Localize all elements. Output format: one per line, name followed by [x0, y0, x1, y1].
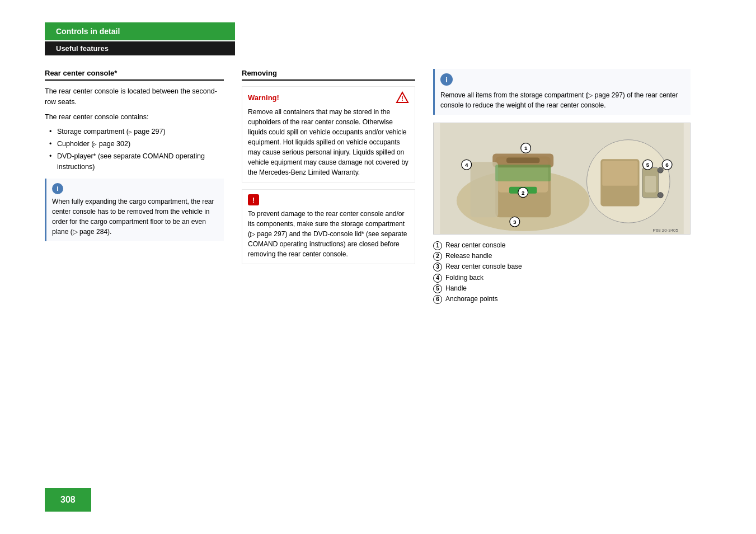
legend-item-2: 2 Release handle: [433, 251, 691, 261]
svg-rect-14: [645, 176, 656, 193]
subsection-title: Useful features: [45, 41, 235, 55]
legend-label-6: Anchorage points: [445, 294, 497, 305]
page: Controls in detail Useful features Rear …: [0, 0, 756, 534]
header-section: Controls in detail Useful features: [45, 22, 711, 55]
legend-item-3: 3 Rear center console base: [433, 261, 691, 272]
legend-num-3: 3: [433, 263, 442, 271]
info-box-left: i When fully expanding the cargo compart…: [45, 179, 224, 241]
svg-text:5: 5: [646, 162, 650, 168]
console-diagram-svg: 1 2 3 4 5 6 P68 20-: [434, 123, 690, 234]
svg-text:P68 20-3405: P68 20-3405: [653, 228, 679, 233]
legend-label-2: Release handle: [445, 251, 492, 261]
info-icon: i: [52, 183, 63, 194]
svg-text:6: 6: [665, 162, 669, 168]
warning-triangle-icon: !: [396, 91, 409, 104]
legend-num-5: 5: [433, 284, 442, 293]
legend-item-5: 5 Handle: [433, 283, 691, 294]
section-title: Controls in detail: [45, 22, 235, 40]
right-column: i Remove all items from the storage comp…: [433, 69, 691, 305]
item-text: Storage compartment (▹ page 297): [57, 128, 166, 135]
list-item: DVD-player* (see separate COMAND operati…: [49, 151, 224, 172]
right-info-box: i Remove all items from the storage comp…: [433, 69, 691, 115]
info-box-text: When fully expanding the cargo compartme…: [52, 196, 218, 237]
svg-text:2: 2: [522, 190, 525, 196]
warning-header: Warning! !: [248, 91, 409, 104]
left-column: Rear center console* The rear center con…: [45, 69, 224, 248]
legend-item-6: 6 Anchorage points: [433, 294, 691, 305]
legend-label-5: Handle: [445, 283, 467, 294]
svg-rect-12: [602, 161, 637, 186]
middle-section-title: Removing: [242, 69, 415, 81]
svg-point-16: [658, 193, 663, 198]
warning-text: Remove all containers that may be stored…: [248, 107, 409, 177]
feature-list: Storage compartment (▹ page 297) Cuphold…: [49, 127, 224, 172]
list-item: Cupholder (▹ page 302): [49, 139, 224, 149]
item-text: DVD-player* (see separate COMAND operati…: [57, 152, 205, 171]
item-text: Cupholder (▹ page 302): [57, 140, 130, 148]
right-info-text: Remove all items from the storage compar…: [440, 90, 685, 110]
legend-label-4: Folding back: [445, 273, 483, 283]
legend-label-3: Rear center console base: [445, 261, 522, 272]
caution-header: !: [248, 194, 409, 205]
legend-list: 1 Rear center console 2 Release handle 3…: [433, 240, 691, 305]
legend-num-2: 2: [433, 252, 442, 261]
legend-num-4: 4: [433, 274, 442, 283]
warning-title: Warning!: [248, 93, 279, 102]
page-footer: 308: [45, 488, 91, 512]
caution-box: ! To prevent damage to the rear center c…: [242, 189, 415, 264]
page-number: 308: [45, 488, 91, 512]
left-section-title: Rear center console*: [45, 69, 224, 81]
list-item: Storage compartment (▹ page 297): [49, 127, 224, 137]
svg-rect-7: [506, 157, 539, 163]
main-content: Rear center console* The rear center con…: [45, 69, 711, 305]
intro-text-2: The rear center console contains:: [45, 112, 224, 123]
legend-num-1: 1: [433, 241, 442, 250]
caution-icon: !: [248, 194, 259, 205]
info-icon-right: i: [440, 73, 453, 86]
svg-text:!: !: [401, 95, 403, 102]
svg-point-15: [658, 167, 663, 173]
warning-box: Warning! ! Remove all containers that ma…: [242, 86, 415, 182]
legend-item-1: 1 Rear center console: [433, 240, 691, 251]
info-box-header: i: [52, 183, 218, 194]
svg-rect-9: [471, 162, 499, 217]
legend-item-4: 4 Folding back: [433, 273, 691, 283]
middle-column: Removing Warning! ! Remove all container…: [242, 69, 415, 271]
legend-label-1: Rear center console: [445, 240, 505, 251]
legend-num-6: 6: [433, 295, 442, 304]
svg-text:1: 1: [524, 146, 528, 152]
diagram-image: 1 2 3 4 5 6 P68 20-: [433, 123, 691, 235]
caution-text: To prevent damage to the rear center con…: [248, 209, 409, 259]
intro-text-1: The rear center console is located betwe…: [45, 86, 224, 107]
svg-text:3: 3: [513, 219, 516, 225]
svg-rect-17: [495, 165, 551, 181]
svg-text:4: 4: [465, 162, 468, 168]
